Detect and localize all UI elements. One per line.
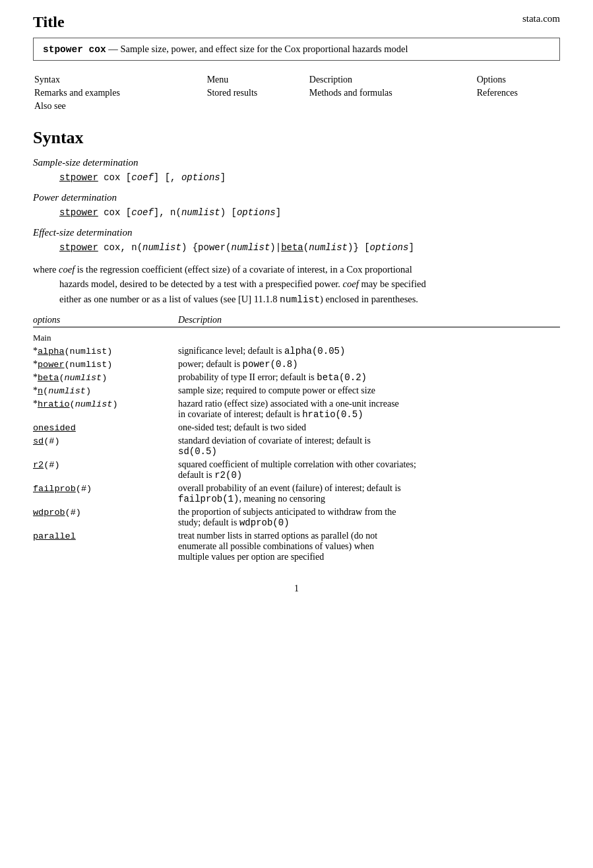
subsection-sample-size: Sample-size determination — [33, 157, 560, 168]
code-power: stpower cox [coef], n(numlist) [options] — [59, 207, 560, 218]
desc-onesided: one-sided test; default is two sided — [178, 421, 560, 434]
desc-alpha: significance level; default is alpha(0.0… — [178, 345, 560, 358]
option-r2: r2(#) — [33, 458, 178, 482]
syntax-description-para: where coef is the regression coefficient… — [33, 262, 560, 307]
desc-beta: probability of type II error; default is… — [178, 371, 560, 384]
subsection-effect-size: Effect-size determination — [33, 227, 560, 238]
option-alpha: *alpha(numlist) — [33, 345, 178, 358]
section-main-label: Main — [33, 330, 178, 345]
code-numlist-3b: numlist — [232, 242, 270, 253]
code-comma-3: , — [120, 242, 131, 253]
code-stpower: stpower — [59, 172, 98, 183]
code-power-3: power( — [198, 242, 231, 253]
nav-also-see[interactable]: Also see — [34, 101, 66, 111]
table-row: *power(numlist) power; default is power(… — [33, 358, 560, 371]
table-row: wdprob(#) the proportion of subjects ant… — [33, 506, 560, 529]
code-power-end-3: ) — [270, 242, 275, 253]
desc-parallel: treat number lists in starred options as… — [178, 529, 560, 564]
code-effect-size: stpower cox, n(numlist) {power(numlist)|… — [59, 242, 560, 253]
code-bracket-2: ] — [154, 207, 159, 218]
code-pipe: | — [276, 242, 281, 253]
option-sd: sd(#) — [33, 434, 178, 458]
code-comma-2: , — [159, 207, 170, 218]
option-parallel: parallel — [33, 529, 178, 564]
table-row: *alpha(numlist) significance level; defa… — [33, 345, 560, 358]
table-row: *n(numlist) sample size; required to com… — [33, 384, 560, 397]
desc-r2: squared coefficient of multiple correlat… — [178, 458, 560, 482]
desc-failprob: overall probability of an event (failure… — [178, 482, 560, 506]
option-failprob: failprob(#) — [33, 482, 178, 506]
desc-sd: standard deviation of covariate of inter… — [178, 434, 560, 458]
code-options-2: options — [237, 207, 276, 218]
page-header: Title stata.com — [33, 13, 560, 31]
subsection-power: Power determination — [33, 192, 560, 203]
option-power: *power(numlist) — [33, 358, 178, 371]
nav-methods[interactable]: Methods and formulas — [309, 88, 392, 98]
site-label: stata.com — [522, 13, 560, 24]
nav-remarks[interactable]: Remarks and examples — [34, 88, 120, 98]
nav-menu[interactable]: Menu — [207, 75, 229, 84]
code-coef-2: coef — [131, 207, 154, 218]
command-text: stpower cox — [43, 44, 106, 55]
code-bracket-opt-2: [ — [226, 207, 237, 218]
coef-ref: coef — [59, 264, 75, 275]
desc-wdprob: the proportion of subjects anticipated t… — [178, 506, 560, 529]
code-options-1: options — [181, 172, 220, 183]
page-number: 1 — [33, 584, 560, 594]
code-numlist-3c: numlist — [309, 242, 348, 253]
code-brace-open: { — [193, 242, 198, 253]
page-title: Title — [33, 13, 65, 31]
col-header-desc: Description — [178, 314, 560, 327]
code-cox-2: cox [ — [104, 207, 131, 218]
code-n-2: n( — [170, 207, 181, 218]
nav-syntax[interactable]: Syntax — [34, 75, 60, 84]
nav-stored-results[interactable]: Stored results — [207, 88, 258, 98]
desc-power: power; default is power(0.8) — [178, 358, 560, 371]
code-coef-1: coef — [131, 172, 154, 183]
option-onesided: onesided — [33, 421, 178, 434]
nav-options[interactable]: Options — [477, 75, 506, 84]
desc-hratio: hazard ratio (effect size) associated wi… — [178, 397, 560, 421]
code-bracket-1: ] [ — [154, 172, 170, 183]
nav-references[interactable]: References — [477, 88, 518, 98]
code-brace-close: } — [353, 242, 358, 253]
table-row: r2(#) squared coefficient of multiple co… — [33, 458, 560, 482]
option-n: *n(numlist) — [33, 384, 178, 397]
code-stpower-2: stpower — [59, 207, 98, 218]
option-wdprob: wdprob(#) — [33, 506, 178, 529]
code-sample-size: stpower cox [coef] [, options] — [59, 172, 560, 183]
table-row: *hratio(numlist) hazard ratio (effect si… — [33, 397, 560, 421]
nav-description[interactable]: Description — [309, 75, 352, 84]
code-numlist-2: numlist — [181, 207, 220, 218]
table-row: sd(#) standard deviation of covariate of… — [33, 434, 560, 458]
code-n-end-3: ) — [181, 242, 187, 253]
code-cox-1: cox [ — [104, 172, 131, 183]
option-hratio: *hratio(numlist) — [33, 397, 178, 421]
code-end-1: ] — [220, 172, 226, 183]
code-beta-paren: ( — [303, 242, 309, 253]
table-row: onesided one-sided test; default is two … — [33, 421, 560, 434]
code-end-2: ] — [276, 207, 281, 218]
syntax-section-title: Syntax — [33, 128, 560, 148]
code-options-3: options — [370, 242, 409, 253]
option-beta: *beta(numlist) — [33, 371, 178, 384]
code-comma-1: , — [170, 172, 181, 183]
code-n-3: n( — [131, 242, 142, 253]
desc-line2: hazards model, desired to be detected by… — [59, 277, 560, 291]
code-stpower-3: stpower — [59, 242, 98, 253]
command-description: — Sample size, power, and effect size fo… — [108, 44, 408, 54]
table-row: parallel treat number lists in starred o… — [33, 529, 560, 564]
code-beta-3: beta — [281, 242, 303, 253]
code-end-3: ] — [408, 242, 414, 253]
table-row: failprob(#) overall probability of an ev… — [33, 482, 560, 506]
col-header-option: options — [33, 314, 178, 327]
table-row: *beta(numlist) probability of type II er… — [33, 371, 560, 384]
options-table: options Description Main *alpha(numlist)… — [33, 314, 560, 564]
code-n-end-2: ) — [220, 207, 226, 218]
desc-line3: either as one number or as a list of val… — [59, 292, 560, 307]
desc-n: sample size; required to compute power o… — [178, 384, 560, 397]
code-numlist-3a: numlist — [142, 242, 181, 253]
code-bracket-opt-3: [ — [364, 242, 369, 253]
navigation-table: Syntax Menu Description Options Remarks … — [33, 73, 560, 114]
code-cox-3: cox — [104, 242, 120, 253]
